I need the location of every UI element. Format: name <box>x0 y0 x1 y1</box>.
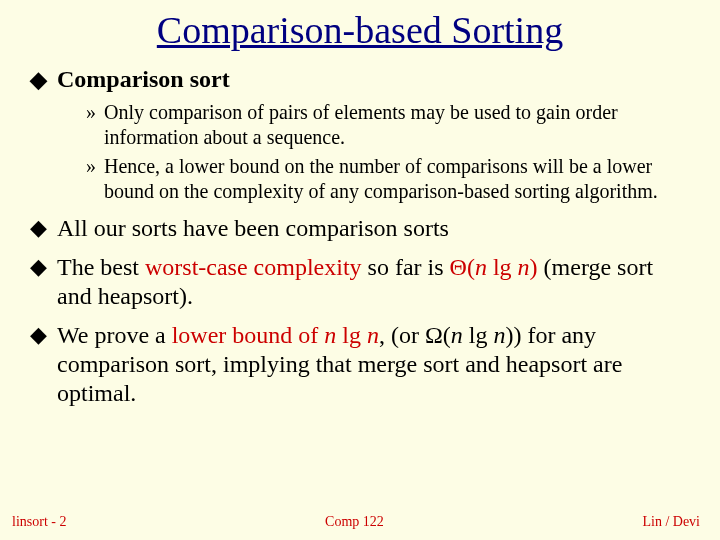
t: lower bound of <box>172 322 325 348</box>
t: so far is <box>362 254 450 280</box>
t: n <box>493 322 505 348</box>
t: Θ( <box>450 254 475 280</box>
t: n <box>367 322 379 348</box>
section-heading-text: Comparison sort <box>57 66 230 93</box>
t: n <box>475 254 487 280</box>
t: ) <box>530 254 538 280</box>
bullet-text: We prove a lower bound of n lg n, (or Ω(… <box>57 321 690 408</box>
bullet-icon: ◆ <box>30 253 47 311</box>
bullet-1: ◆ All our sorts have been comparison sor… <box>30 214 690 243</box>
footer: linsort - 2 Comp 122 Lin / Devi <box>0 514 720 530</box>
t: lg <box>463 322 494 348</box>
bullet-3: ◆ We prove a lower bound of n lg n, (or … <box>30 321 690 408</box>
t: n <box>324 322 336 348</box>
bullet-text: The best worst-case complexity so far is… <box>57 253 690 311</box>
bullet-icon: ◆ <box>30 321 47 408</box>
subpoint-text: Only comparison of pairs of elements may… <box>104 100 690 150</box>
bullet-icon: ◆ <box>30 214 47 243</box>
footer-right: Lin / Devi <box>642 514 700 530</box>
footer-center: Comp 122 <box>66 514 642 530</box>
t: n <box>518 254 530 280</box>
t: , (or Ω( <box>379 322 451 348</box>
raquo-icon: » <box>86 154 96 204</box>
t: We prove a <box>57 322 172 348</box>
t: n <box>451 322 463 348</box>
subpoint: » Hence, a lower bound on the number of … <box>86 154 690 204</box>
t: lg <box>336 322 367 348</box>
raquo-icon: » <box>86 100 96 150</box>
page-title: Comparison-based Sorting <box>30 8 690 52</box>
slide: Comparison-based Sorting ◆ Comparison so… <box>0 0 720 540</box>
bullet-text: All our sorts have been comparison sorts <box>57 214 690 243</box>
bullet-2: ◆ The best worst-case complexity so far … <box>30 253 690 311</box>
footer-left: linsort - 2 <box>12 514 66 530</box>
t: The best <box>57 254 145 280</box>
subpoint-text: Hence, a lower bound on the number of co… <box>104 154 690 204</box>
section-heading: ◆ Comparison sort <box>30 66 690 94</box>
t: worst-case complexity <box>145 254 362 280</box>
t: lg <box>487 254 518 280</box>
bullet-icon: ◆ <box>30 66 47 94</box>
subpoint: » Only comparison of pairs of elements m… <box>86 100 690 150</box>
